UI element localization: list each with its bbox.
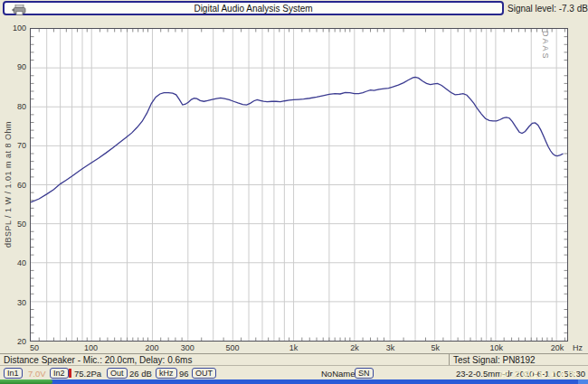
distance-delay-readout: Distance Speaker - Mic.: 20.0cm, Delay: …	[4, 355, 192, 365]
y-tick-label: 70	[0, 141, 26, 150]
toolbar-row: In1 7.0V In2 75.2Pa Out 26 dB kHz 96 OUT…	[0, 365, 588, 379]
project-name-readout: NoName	[321, 369, 356, 379]
input1-button[interactable]: In1	[4, 368, 23, 379]
mic-level-readout: 75.2Pa	[74, 369, 101, 379]
x-tick-label: 300	[174, 343, 201, 352]
frequency-response-plot	[30, 28, 568, 342]
x-axis-unit: Hz	[573, 343, 583, 352]
y-tick-label: 100	[0, 23, 26, 33]
start-button-edge[interactable]	[0, 379, 52, 384]
session-datetime-readout: 23-2-0.5mm-dr 2010-6-1 10:58:30	[456, 369, 585, 379]
samplerate-unit-button[interactable]: kHz	[156, 368, 177, 379]
header-bar: Digital Audio Analysis System Signal lev…	[0, 0, 588, 18]
response-curve	[31, 77, 564, 201]
serial-number-button[interactable]: SN	[355, 368, 374, 379]
signal-level-readout: Signal level: -7.3 dBPa	[507, 4, 588, 14]
y-tick-label: 40	[0, 258, 26, 267]
y-tick-label: 80	[0, 102, 26, 111]
x-tick-label: 20k	[544, 343, 571, 352]
x-tick-label: 2k	[341, 343, 368, 352]
gain-readout: 26 dB	[129, 369, 152, 379]
status-row-measurement: Distance Speaker - Mic.: 20.0cm, Delay: …	[0, 353, 588, 365]
x-tick-label: 50	[21, 343, 48, 352]
x-tick-label: 5k	[422, 343, 449, 352]
samplerate-readout: 96	[179, 369, 189, 379]
system-tray-edge[interactable]	[578, 379, 588, 384]
y-tick-label: 90	[0, 62, 26, 71]
x-tick-label: 200	[138, 343, 166, 352]
test-signal-readout: Test Signal: PN8192	[453, 355, 536, 365]
chart-panel: dBSPL / 1 W / 1.01 m at 8 Ohm DAAS 10090…	[0, 18, 588, 353]
output-button[interactable]: Out	[107, 368, 128, 379]
clip-indicator	[69, 369, 71, 378]
y-tick-label: 60	[0, 181, 26, 190]
x-tick-label: 10k	[483, 343, 510, 352]
y-tick-label: 30	[0, 298, 26, 307]
voltage-readout: 7.0V	[28, 369, 46, 379]
x-tick-label: 500	[219, 343, 246, 352]
daas-watermark: DAAS	[541, 31, 550, 61]
dut-button[interactable]: OUT	[192, 368, 216, 379]
x-tick-label: 3k	[376, 343, 403, 352]
input2-button[interactable]: In2	[50, 368, 69, 379]
y-tick-label: 50	[0, 220, 26, 229]
x-tick-label: 1k	[280, 343, 308, 352]
x-tick-label: 100	[77, 343, 104, 352]
title-bar: Digital Audio Analysis System	[3, 1, 504, 15]
window-title: Digital Audio Analysis System	[5, 4, 502, 14]
taskbar-strip	[0, 379, 588, 384]
